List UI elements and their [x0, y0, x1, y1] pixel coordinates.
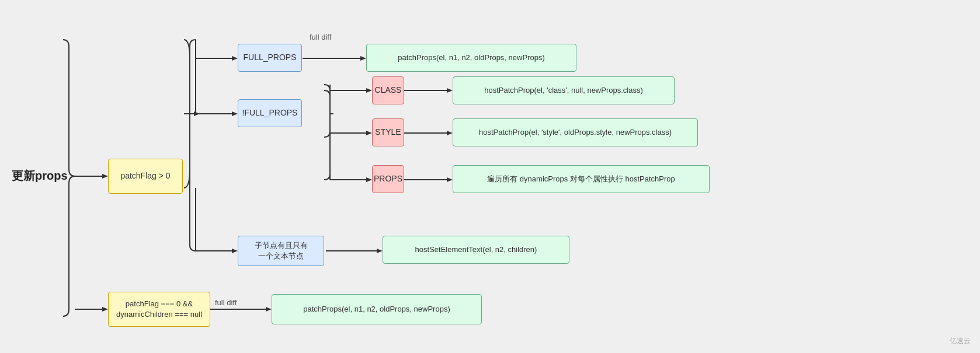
svg-marker-6 [232, 111, 238, 116]
diagram-container: 更新props patchFlag > 0 FULL_PROPS full di… [0, 0, 980, 353]
result-style: hostPatchProp(el, 'style', oldProps.styl… [453, 118, 698, 146]
patch-flag-eq0-box: patchFlag === 0 && dynamicChildren === n… [108, 292, 210, 327]
svg-marker-24 [377, 249, 383, 253]
class-box: CLASS [372, 76, 404, 104]
watermark: 亿速云 [950, 336, 971, 346]
not-full-props-box: !FULL_PROPS [238, 99, 302, 127]
title: 更新props [12, 168, 68, 184]
svg-marker-8 [232, 249, 238, 253]
svg-marker-1 [102, 174, 108, 179]
svg-marker-10 [360, 56, 366, 61]
svg-marker-22 [447, 177, 453, 182]
result-text-node: hostSetElementText(el, n2, children) [383, 236, 569, 264]
result-props: 遍历所有 dynamicProps 对每个属性执行 hostPatchProp [453, 165, 710, 193]
text-node-box: 子节点有且只有 一个文本节点 [238, 236, 324, 266]
result-full-props: patchProps(el, n1, n2, oldProps, newProp… [366, 44, 576, 72]
svg-marker-5 [232, 56, 238, 61]
result-patch-flag0: patchProps(el, n1, n2, oldProps, newProp… [272, 294, 482, 324]
svg-marker-28 [266, 307, 272, 312]
full-diff-label-1: full diff [310, 33, 331, 41]
svg-marker-20 [447, 131, 453, 135]
result-class: hostPatchProp(el, 'class', null, newProp… [453, 76, 675, 104]
svg-marker-26 [102, 307, 108, 312]
props-box: PROPS [372, 165, 404, 193]
full-diff-label-2: full diff [215, 298, 237, 307]
svg-marker-18 [447, 88, 453, 93]
svg-marker-12 [366, 88, 372, 93]
full-props-box: FULL_PROPS [238, 44, 302, 72]
svg-marker-16 [366, 177, 372, 182]
svg-marker-14 [366, 131, 372, 135]
patch-flag-gt0-box: patchFlag > 0 [108, 159, 183, 194]
style-box: STYLE [372, 118, 404, 146]
